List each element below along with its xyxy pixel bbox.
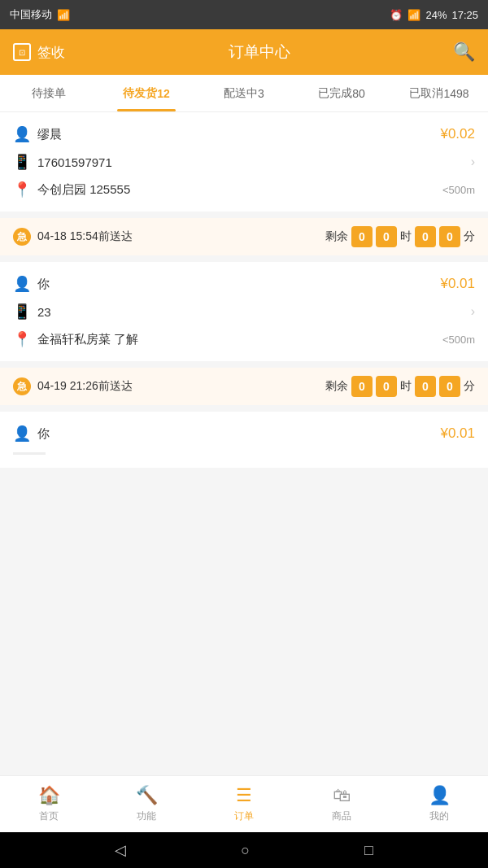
min-label-1: 分 xyxy=(464,229,475,244)
order-row-customer-1: 👤 缪晨 ¥0.02 xyxy=(13,125,475,143)
battery-label: 24% xyxy=(425,9,447,21)
person-icon-2: 👤 xyxy=(13,275,29,293)
address-2: 金福轩私房菜 了解 xyxy=(37,332,138,347)
delivery-row-2: 急 04-19 21:26前送达 剩余 0 0 时 0 0 分 xyxy=(0,368,488,405)
nav-product[interactable]: 🛍 商品 xyxy=(293,785,390,823)
tab-pending-delivery[interactable]: 待发货 12 xyxy=(98,75,195,111)
urgent-badge-2: 急 xyxy=(13,377,31,395)
tab-completed[interactable]: 已完成 80 xyxy=(293,75,390,111)
tab-delivering-count: 3 xyxy=(258,87,264,100)
min-ones-2: 0 xyxy=(439,376,460,397)
recent-button[interactable]: □ xyxy=(364,842,373,859)
tab-cancelled-count: 1498 xyxy=(443,87,468,100)
hours-tens-1: 0 xyxy=(351,226,373,247)
header-left-label: 签收 xyxy=(37,43,65,62)
order-row-phone-1[interactable]: 📱 17601597971 › xyxy=(13,153,475,171)
hours-ones-2: 0 xyxy=(376,376,397,397)
tab-completed-label: 已完成 xyxy=(318,86,352,101)
status-left: 中国移动 📶 xyxy=(10,7,70,22)
hours-tens-2: 0 xyxy=(351,376,373,397)
tab-pending-delivery-label: 待发货 xyxy=(123,86,157,101)
nav-mine[interactable]: 👤 我的 xyxy=(390,785,488,823)
urgent-badge-1: 急 xyxy=(13,228,31,246)
bottom-nav: 🏠 首页 🔨 功能 ☰ 订单 🛍 商品 👤 我的 xyxy=(0,775,488,832)
min-tens-1: 0 xyxy=(415,226,436,247)
bag-icon: 🛍 xyxy=(333,785,351,806)
signal-icon: 📶 xyxy=(57,9,70,21)
phone-number-1: 17601597971 xyxy=(37,155,112,169)
tab-delivering-label: 配送中 xyxy=(224,86,258,101)
time-label: 17:25 xyxy=(451,9,478,21)
order-card-2: 👤 你 ¥0.01 📱 23 › 📍 金福轩私房菜 了解 <500m xyxy=(0,262,488,361)
nav-function[interactable]: 🔨 功能 xyxy=(98,785,195,823)
nav-home[interactable]: 🏠 首页 xyxy=(0,785,98,823)
header-left: ⊡ 签收 xyxy=(13,43,65,62)
tab-cancelled[interactable]: 已取消 1498 xyxy=(390,75,488,111)
phone-number-2: 23 xyxy=(37,305,51,319)
min-ones-1: 0 xyxy=(439,226,460,247)
clock-icon: ⏰ xyxy=(390,9,403,21)
hour-label-1: 时 xyxy=(400,229,412,244)
customer-name-2: 你 xyxy=(37,277,50,292)
scan-icon[interactable]: ⊡ xyxy=(13,43,31,61)
nav-order-label: 订单 xyxy=(234,809,254,823)
tabs-bar: 待接单 待发货 12 配送中 3 已完成 80 已取消 1498 xyxy=(0,75,488,112)
header-title: 订单中心 xyxy=(229,41,290,63)
nav-product-label: 商品 xyxy=(332,809,351,823)
order-price-2: ¥0.01 xyxy=(440,276,475,292)
countdown-2: 剩余 0 0 时 0 0 分 xyxy=(325,376,475,397)
divider-2 xyxy=(0,405,488,412)
tab-waiting[interactable]: 待接单 xyxy=(0,75,98,111)
list-icon: ☰ xyxy=(236,785,252,806)
user-icon: 👤 xyxy=(429,785,451,806)
phone-icon-1: 📱 xyxy=(13,153,29,171)
system-bar: ◁ ○ □ xyxy=(0,832,488,868)
chevron-icon-1: › xyxy=(471,155,475,169)
nav-mine-label: 我的 xyxy=(429,809,449,823)
home-icon: 🏠 xyxy=(38,785,60,806)
carrier-label: 中国移动 xyxy=(10,7,52,22)
location-icon-2: 📍 xyxy=(13,330,29,348)
hour-label-2: 时 xyxy=(400,379,412,394)
order-price-1: ¥0.02 xyxy=(440,126,475,142)
nav-order[interactable]: ☰ 订单 xyxy=(195,785,293,823)
order-list: 👤 缪晨 ¥0.02 📱 17601597971 › 📍 今创启园 125555… xyxy=(0,112,488,775)
hammer-icon: 🔨 xyxy=(136,785,158,806)
delivery-deadline-1: 04-18 15:54前送达 xyxy=(37,229,133,244)
address-1: 今创启园 125555 xyxy=(37,182,130,198)
chevron-icon-2: › xyxy=(471,304,475,319)
partial-indicator xyxy=(13,452,46,455)
person-icon-3: 👤 xyxy=(13,425,29,443)
remain-label-2: 剩余 xyxy=(325,379,348,394)
nav-home-label: 首页 xyxy=(39,809,59,823)
status-bar: 中国移动 📶 ⏰ 📶 24% 17:25 xyxy=(0,0,488,29)
divider-1 xyxy=(0,255,488,262)
search-icon[interactable]: 🔍 xyxy=(453,41,475,63)
delivery-row-1: 急 04-18 15:54前送达 剩余 0 0 时 0 0 分 xyxy=(0,218,488,255)
order-card-1: 👤 缪晨 ¥0.02 📱 17601597971 › 📍 今创启园 125555… xyxy=(0,112,488,212)
order-row-customer-3: 👤 你 ¥0.01 xyxy=(13,425,475,443)
delivery-deadline-2: 04-19 21:26前送达 xyxy=(37,379,133,394)
distance-1: <500m xyxy=(442,184,475,196)
min-label-2: 分 xyxy=(464,379,475,394)
tab-cancelled-label: 已取消 xyxy=(409,86,443,101)
header: ⊡ 签收 订单中心 🔍 xyxy=(0,29,488,75)
customer-name-1: 缪晨 xyxy=(37,127,62,142)
tab-pending-delivery-count: 12 xyxy=(157,87,170,100)
order-row-customer-2: 👤 你 ¥0.01 xyxy=(13,275,475,293)
wifi-icon: 📶 xyxy=(407,9,420,21)
customer-name-3: 你 xyxy=(37,426,50,442)
status-right: ⏰ 📶 24% 17:25 xyxy=(390,9,478,21)
distance-2: <500m xyxy=(442,334,475,346)
remain-label-1: 剩余 xyxy=(325,229,348,244)
tab-completed-count: 80 xyxy=(352,87,365,100)
back-button[interactable]: ◁ xyxy=(115,841,126,859)
location-icon-1: 📍 xyxy=(13,181,29,198)
person-icon-1: 👤 xyxy=(13,125,29,143)
phone-icon-2: 📱 xyxy=(13,303,29,321)
order-row-phone-2[interactable]: 📱 23 › xyxy=(13,303,475,321)
nav-function-label: 功能 xyxy=(137,809,156,823)
home-button[interactable]: ○ xyxy=(241,842,250,859)
tab-delivering[interactable]: 配送中 3 xyxy=(195,75,293,111)
order-row-address-2: 📍 金福轩私房菜 了解 <500m xyxy=(13,330,475,348)
